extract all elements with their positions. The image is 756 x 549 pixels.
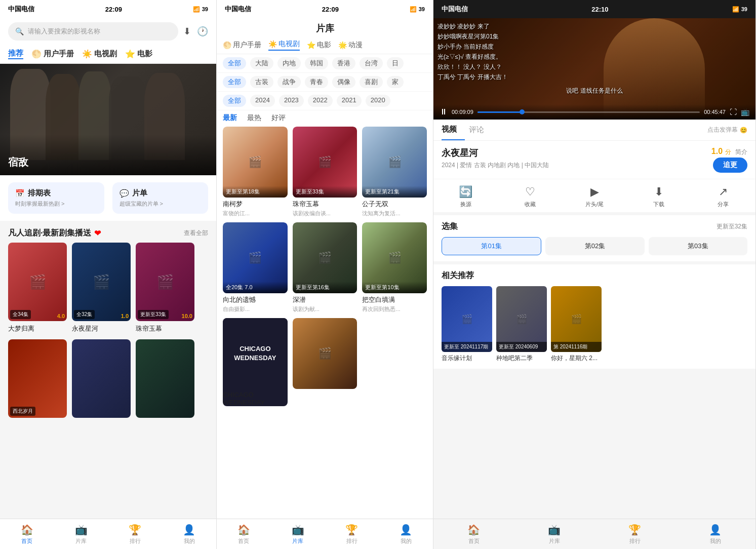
tab-video[interactable]: 视频 <box>442 120 465 140</box>
nav-home-2[interactable]: 🏠 首页 <box>217 524 271 545</box>
drama-card-2[interactable]: 🎬 全32集 1.0 永夜星河 <box>72 243 131 333</box>
rec-card-1[interactable]: 🎬 更新至 20241117期 音乐缘计划 <box>442 286 492 363</box>
region-hk[interactable]: 香港 <box>332 57 355 69</box>
drama-card-4[interactable]: 西北岁月 <box>8 339 67 418</box>
progress-handle[interactable] <box>520 109 525 114</box>
year-2021[interactable]: 2021 <box>337 95 362 107</box>
action-skip[interactable]: ▶ 片头/尾 <box>562 185 626 208</box>
genre-all[interactable]: 全部 <box>223 76 246 88</box>
action-share[interactable]: ↗ 分享 <box>691 185 755 208</box>
genre-idol[interactable]: 偶像 <box>332 76 355 88</box>
download-icon-3: ⬇ <box>654 185 663 199</box>
episode-btn-3[interactable]: 第03集 <box>649 237 747 255</box>
wifi-icon: 📶 <box>193 6 200 13</box>
genre-comedy[interactable]: 喜剧 <box>360 76 383 88</box>
nav-profile-1[interactable]: 👤 我的 <box>162 524 216 545</box>
search-placeholder: 请输入要搜索的影视名称 <box>28 27 100 36</box>
nav-library-2[interactable]: 📺 片库 <box>271 524 325 545</box>
search-input[interactable]: 🔍 请输入要搜索的影视名称 <box>8 22 178 41</box>
hero-banner[interactable]: 宿敌 <box>0 64 216 175</box>
action-download[interactable]: ⬇ 下载 <box>627 185 691 208</box>
grid-card-kongbai[interactable]: 🎬 更新至第10集 把空白填满 再次回到熟悉... <box>362 222 427 313</box>
genre-youth[interactable]: 青春 <box>305 76 328 88</box>
year-2020[interactable]: 2020 <box>366 95 390 107</box>
drama-card-3[interactable]: 🎬 更新至33集 10.0 珠帘玉幕 <box>136 243 194 333</box>
rec-card-2[interactable]: 🎬 更新至 20240609 种地吧第二季 <box>496 286 547 363</box>
rec-card-3[interactable]: 🎬 第 20241116期 你好，星期六 2... <box>551 286 602 363</box>
playlist-link[interactable]: 💬 片单 超级宝藏的片单 > <box>112 182 209 214</box>
schedule-link[interactable]: 📅 排期表 时刻掌握最新热剧 > <box>8 182 104 214</box>
filter-tab-tv[interactable]: ☀️ 电视剧 <box>268 40 300 51</box>
video-extra-icons: ⛶ 📺 <box>730 108 749 116</box>
region-tw[interactable]: 台湾 <box>360 57 383 69</box>
cast-icon[interactable]: 📺 <box>741 108 749 116</box>
region-inland[interactable]: 内地 <box>277 57 301 69</box>
tab-manual[interactable]: 🌕 用户手册 <box>31 49 74 59</box>
grid-card-zhulian[interactable]: 🎬 更新至33集 珠帘玉幕 该剧改编自谈... <box>293 127 357 217</box>
filter-tab-movie[interactable]: ⭐ 电影 <box>307 40 331 51</box>
episode-btn-1[interactable]: 第01集 <box>442 237 541 255</box>
nav-library-1[interactable]: 📺 片库 <box>54 524 108 545</box>
share-icon: ↗ <box>719 185 728 199</box>
grid-card-8[interactable]: 🎬 <box>293 318 357 406</box>
region-korea[interactable]: 韩国 <box>305 57 328 69</box>
sort-rating[interactable]: 好评 <box>271 113 286 123</box>
video-tabs: 视频 评论 点击发弹幕 😊 <box>433 120 755 141</box>
grid-card-shenqian[interactable]: 🎬 更新至第16集 深潜 该剧为献... <box>293 222 357 313</box>
download-icon[interactable]: ⬇ <box>183 26 191 37</box>
nav-rank-3[interactable]: 🏆 排行 <box>594 524 675 545</box>
episode-btn-2[interactable]: 第02集 <box>545 237 644 255</box>
nav-profile-2[interactable]: 👤 我的 <box>379 524 433 545</box>
tab-comment[interactable]: 评论 <box>469 120 492 140</box>
follow-button[interactable]: 追更 <box>713 158 747 173</box>
nav-rank-2[interactable]: 🏆 排行 <box>325 524 379 545</box>
video-player[interactable]: 凌妙妙 凌妙妙 来了 妙妙哦啊夜星河第01集 妙小手办 当前好感度 光(≥▽≤)… <box>433 18 755 120</box>
year-2024[interactable]: 2024 <box>250 95 275 107</box>
comment-5: 欣欣！！ 没人？ 没人？ <box>437 63 751 71</box>
intro-link[interactable]: 简介 <box>735 148 747 155</box>
sort-hot[interactable]: 最热 <box>247 113 261 123</box>
action-favorite[interactable]: ♡ 收藏 <box>498 185 562 208</box>
drama-thumb-3: 🎬 更新至33集 10.0 <box>136 243 194 321</box>
year-all[interactable]: 全部 <box>223 95 246 107</box>
grid-card-chicago[interactable]: CHICAGOWEDNESDAY CHICAGO WEDNESDAY <box>223 318 288 406</box>
nav-home-3[interactable]: 🏠 首页 <box>433 524 514 545</box>
year-2023[interactable]: 2023 <box>279 95 304 107</box>
filter-tab-manual[interactable]: 🌕 用户手册 <box>223 40 261 51</box>
drama-meta: 2024 | 爱情 古装 内地剧 内地 | 中国大陆 <box>442 161 549 170</box>
tab-movie[interactable]: ⭐ 电影 <box>125 49 152 59</box>
tab-tv[interactable]: ☀️ 电视剧 <box>82 49 117 59</box>
nav-rank-1[interactable]: 🏆 排行 <box>108 524 163 545</box>
grid-card-nanke[interactable]: 🎬 更新至第18集 南柯梦 富饶的江... <box>223 127 288 217</box>
genre-costume[interactable]: 古装 <box>250 76 273 88</box>
grid-card-wushuang[interactable]: 🎬 更新至第21集 公子无双 沈知离为复活... <box>362 127 427 217</box>
sort-latest[interactable]: 最新 <box>223 113 237 123</box>
nav-profile-3[interactable]: 👤 我的 <box>675 524 755 545</box>
video-subtitle: 说吧 道线任务是什么 <box>433 87 755 95</box>
grid-card-xiangbei[interactable]: 🎬 全20集 7.0 向北的遗憾 自由摄影... <box>223 222 288 313</box>
drama-card-6[interactable] <box>136 339 194 418</box>
genre-family[interactable]: 家 <box>387 76 404 88</box>
drama-card-5[interactable] <box>72 339 131 418</box>
region-all[interactable]: 全部 <box>223 57 246 69</box>
tab-recommend[interactable]: 推荐 <box>8 49 23 59</box>
pause-button[interactable]: ⏸ <box>440 107 448 116</box>
year-2022[interactable]: 2022 <box>308 95 333 107</box>
genre-war[interactable]: 战争 <box>277 76 301 88</box>
filter-tab-anime[interactable]: 🌟 动漫 <box>338 40 363 51</box>
badge-3: 更新至33集 <box>138 310 169 319</box>
danmu-button[interactable]: 点击发弹幕 😊 <box>707 126 747 134</box>
nav-home-1[interactable]: 🏠 首页 <box>0 524 54 545</box>
recommend-section: 相关推荐 🎬 更新至 20241117期 音乐缘计划 🎬 更新至 2024060… <box>433 264 755 369</box>
drama-card-1[interactable]: 🎬 全34集 4.0 大梦归离 <box>8 243 67 333</box>
region-mainland[interactable]: 大陆 <box>250 57 273 69</box>
nav-library-3[interactable]: 📺 片库 <box>514 524 594 545</box>
comment-6: 丁禹兮 丁禹兮 开播大吉！ <box>437 73 751 82</box>
region-japan[interactable]: 日 <box>387 57 404 69</box>
fullscreen-icon[interactable]: ⛶ <box>730 108 737 116</box>
action-switch-source[interactable]: 🔄 换源 <box>433 185 498 208</box>
progress-bar[interactable] <box>478 111 700 113</box>
history-icon[interactable]: 🕐 <box>197 26 208 37</box>
rec-name-2: 种地吧第二季 <box>496 354 547 363</box>
episode-more[interactable]: 更新至32集 <box>717 222 747 231</box>
